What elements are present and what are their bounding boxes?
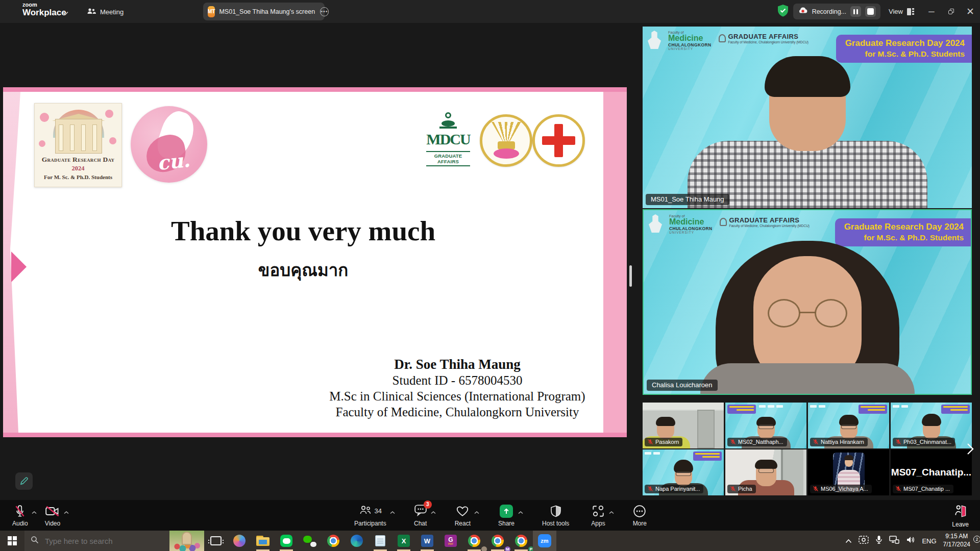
apps-options-chevron[interactable] [609, 507, 614, 516]
pause-recording-button[interactable] [850, 6, 861, 17]
meeting-toolbar: Audio Video [0, 500, 980, 531]
share-screen-icon [500, 505, 513, 518]
presenter-faculty: Faculty of Medicine, Chulalongkorn Unive… [325, 404, 590, 420]
restore-button[interactable] [941, 0, 961, 23]
notepad-button[interactable] [369, 531, 392, 551]
tray-expand-chevron[interactable] [845, 536, 852, 545]
chrome-profile1-button[interactable] [462, 531, 486, 551]
audio-button[interactable]: Audio [9, 503, 31, 528]
folder-icon [256, 536, 270, 546]
participants-options-chevron[interactable] [390, 507, 395, 516]
excel-icon: X [398, 535, 410, 547]
muted-mic-icon [813, 486, 819, 492]
camera-off-display-name: MS07_Chanatip... [891, 467, 972, 478]
gastro-cu-logo: cu. [131, 106, 207, 183]
line-app-button[interactable] [275, 531, 298, 551]
file-explorer-button[interactable] [251, 531, 275, 551]
chrome-profile-icon: P [515, 535, 527, 547]
zoom-workplace-logo: zoom Workplace [22, 2, 66, 17]
leave-button[interactable]: Leave [949, 503, 972, 529]
zoom-app-button[interactable]: zm [533, 531, 556, 551]
volume-icon[interactable] [906, 536, 915, 546]
start-button[interactable] [0, 531, 24, 551]
participant-thumbnail[interactable]: Ph03_Chinmanat... [891, 403, 972, 448]
task-view-button[interactable] [204, 531, 228, 551]
restore-icon [948, 9, 954, 14]
chat-options-chevron[interactable] [431, 507, 436, 516]
search-highlight-image[interactable] [169, 531, 204, 551]
react-options-chevron[interactable] [474, 507, 479, 516]
muted-mic-icon [895, 439, 901, 445]
grd-logo-title: Graduate Research Day [35, 156, 121, 164]
chrome-profile2-button[interactable]: M [486, 531, 509, 551]
chrome-profile3-button[interactable]: P [509, 531, 533, 551]
wechat-button[interactable] [298, 531, 322, 551]
share-tab-label: MS01_Soe Thiha Maung's screen [219, 8, 315, 15]
view-button[interactable]: View [889, 8, 915, 15]
participant-thumbnail[interactable]: Napa Parinyanit... [643, 449, 724, 495]
participant-thumbnail[interactable]: Nattiya Hirankarn [808, 403, 889, 448]
security-shield-icon[interactable] [777, 4, 789, 19]
share-tab-more-icon[interactable]: ••• [320, 7, 329, 16]
participant-thumbnail[interactable]: Picha [725, 449, 806, 495]
tray-mic-icon[interactable] [875, 535, 883, 546]
chrome-button[interactable] [322, 531, 345, 551]
excel-button[interactable]: X [392, 531, 415, 551]
annotate-button[interactable] [15, 472, 33, 490]
panel-resize-handle[interactable] [629, 265, 632, 287]
host-tools-button[interactable]: Host tools [539, 503, 572, 528]
more-button[interactable]: More [630, 503, 650, 528]
workspace-dropdown-chevron-icon[interactable] [62, 8, 68, 17]
gallery-next-button[interactable] [964, 438, 977, 460]
word-button[interactable]: W [415, 531, 439, 551]
chat-button[interactable]: 3 Chat [411, 503, 430, 528]
video-tile-active-speaker[interactable]: Faculty of Medicine CHULALONGKORN UNIVER… [643, 209, 972, 395]
mic-muted-icon [14, 504, 26, 518]
stop-recording-button[interactable] [865, 6, 876, 17]
meeting-people-icon [87, 8, 96, 16]
line-icon [280, 535, 292, 547]
share-options-chevron[interactable] [518, 507, 523, 516]
participant-thumbnail-camera-off[interactable]: MS07_Chanatip... MS07_Chanatip ... [891, 449, 972, 495]
participants-icon [359, 505, 372, 518]
tab-meeting[interactable]: Meeting [83, 4, 128, 19]
video-options-chevron[interactable] [64, 507, 69, 516]
slide-top-accent [3, 87, 627, 92]
participant-thumbnail[interactable]: MS02_Natthaph... [725, 403, 806, 448]
meet-now-icon[interactable] [859, 536, 869, 546]
share-button[interactable]: Share [495, 503, 518, 528]
copilot-button[interactable] [228, 531, 251, 551]
more-ellipsis-icon [633, 504, 646, 518]
tab-shared-screen[interactable]: MT MS01_Soe Thiha Maung's screen ••• [203, 3, 325, 20]
muted-mic-icon [730, 486, 736, 492]
wechat-icon [303, 535, 316, 547]
presenter-info: Dr. Soe Thiha Maung Student ID - 6578004… [325, 357, 590, 420]
participant-thumbnail[interactable]: MS06_Vichaya A... [808, 449, 889, 495]
participants-button[interactable]: 34 Participants [351, 503, 389, 528]
presenter-name: Dr. Soe Thiha Maung [325, 357, 590, 372]
apps-button[interactable]: Apps [588, 503, 608, 528]
muted-mic-icon [647, 439, 653, 445]
react-button[interactable]: React [452, 503, 474, 528]
edge-button[interactable] [345, 531, 369, 551]
audio-options-chevron[interactable] [32, 507, 37, 516]
participant-name-tag: MS07_Chanatip ... [903, 486, 950, 492]
title-bar-right: Recording... View ─ ✕ [777, 0, 980, 23]
workplace-brand-text: Workplace [22, 8, 66, 17]
language-indicator[interactable]: ENG [922, 537, 936, 545]
video-tile-speaker-1[interactable]: Faculty of Medicine CHULALONGKORN UNIVER… [643, 27, 972, 208]
taskbar-search[interactable] [24, 531, 204, 551]
search-input[interactable] [44, 536, 146, 546]
slide-right-accent [603, 92, 627, 433]
shield-icon [550, 504, 561, 518]
cu-script-text: cu. [156, 148, 191, 174]
minimize-button[interactable]: ─ [922, 0, 941, 23]
close-button[interactable]: ✕ [961, 0, 980, 23]
faculty-of-medicine-seal [480, 114, 532, 167]
video-button[interactable]: Video [42, 503, 63, 528]
clock[interactable]: 9:15 AM 7/17/2024 [943, 533, 970, 548]
participant-thumbnail[interactable]: Pasakorn [643, 403, 724, 448]
network-icon[interactable] [889, 536, 899, 546]
participant-silhouette [644, 210, 971, 394]
foxit-pdf-button[interactable]: GPDF [439, 531, 462, 551]
